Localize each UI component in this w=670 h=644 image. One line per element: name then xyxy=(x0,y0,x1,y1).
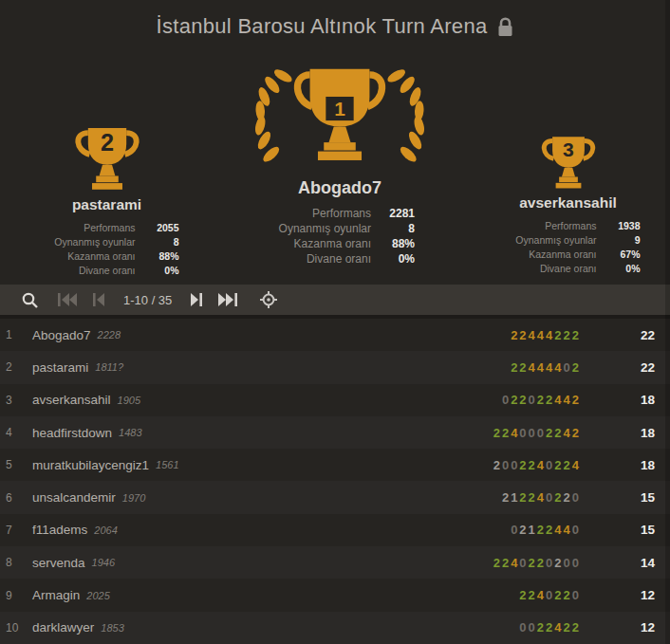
stat-value: 8 xyxy=(371,221,415,236)
total-score: 12 xyxy=(581,588,670,602)
stat-label: Oynanmış oyunlar xyxy=(496,233,597,248)
stat-label: Kazanma oranı xyxy=(496,248,597,262)
standings-row[interactable]: 4headfirstdown1483224000224218 xyxy=(0,416,670,449)
score-digit: 0 xyxy=(519,556,528,570)
total-score: 14 xyxy=(581,556,670,570)
prev-page-icon xyxy=(93,293,106,306)
score-digit: 2 xyxy=(546,620,554,635)
score-digit: 0 xyxy=(546,490,554,505)
player-name[interactable]: f11adems xyxy=(32,523,87,537)
score-digit: 2 xyxy=(493,556,502,570)
score-digit: 4 xyxy=(546,360,554,375)
podium-stat-row: Divane oranı0% xyxy=(496,262,641,276)
player-name[interactable]: pastarami xyxy=(32,360,88,375)
score-digit: 2 xyxy=(546,426,554,440)
podium-stat-row: Kazanma oranı88% xyxy=(35,249,179,264)
player-rank: 8 xyxy=(0,556,28,569)
score-digit: 4 xyxy=(564,426,572,440)
score-digit: 2 xyxy=(537,393,546,407)
score-digit: 2 xyxy=(529,490,537,505)
player-name[interactable]: Abogado7 xyxy=(32,328,91,342)
stat-value: 2281 xyxy=(371,206,415,221)
standings-row[interactable]: 7f11adems20640212244015 xyxy=(0,514,670,546)
standings-toolbar: 1-10 / 35 xyxy=(0,285,670,319)
player-rating: 2228 xyxy=(98,329,121,340)
score-digit: 4 xyxy=(554,523,563,537)
standings-row[interactable]: 3avserkansahil190502202244218 xyxy=(0,384,670,416)
standings-row[interactable]: 10darklawyer1853002242212 xyxy=(0,612,670,644)
score-digit: 4 xyxy=(564,393,572,407)
total-score: 15 xyxy=(581,523,670,537)
podium-stat-row: Kazanma oranı88% xyxy=(265,236,415,251)
trophy-1-icon: 1 xyxy=(255,63,424,175)
player-name[interactable]: headfirstdown xyxy=(32,426,112,440)
next-page-button[interactable] xyxy=(179,285,212,315)
player-name[interactable]: servenda xyxy=(32,556,85,570)
stat-value: 0% xyxy=(371,251,415,267)
score-digit: 0 xyxy=(511,458,519,472)
podium: 2 pastarami Performans2055Oynanmış oyunl… xyxy=(0,53,670,285)
prev-page-button[interactable] xyxy=(84,285,116,315)
score-digit: 2 xyxy=(572,360,581,375)
standings-row[interactable]: 9Armagin2025224022012 xyxy=(0,579,670,611)
player-name[interactable]: darklawyer xyxy=(32,620,94,635)
stat-value: 1938 xyxy=(597,219,641,233)
score-digit: 1 xyxy=(529,523,537,537)
player-rank: 10 xyxy=(0,621,28,635)
trophy-3-icon: 3 xyxy=(534,133,603,192)
podium-first-stats: Performans2281Oynanmış oyunlar8Kazanma o… xyxy=(265,206,415,267)
podium-stat-row: Performans1938 xyxy=(496,219,641,233)
score-digit: 2 xyxy=(572,393,581,407)
score-sheet: 2240220 xyxy=(519,588,581,602)
standings-row[interactable]: 5muratkubilaycengiz11561200224022418 xyxy=(0,449,670,481)
player-name[interactable]: Armagin xyxy=(32,588,80,602)
score-digit: 2 xyxy=(537,556,546,570)
standings-row[interactable]: 8servenda1946224022020014 xyxy=(0,546,670,579)
standings-row[interactable]: 6unsalcandemir197021224022015 xyxy=(0,481,670,513)
score-digit: 0 xyxy=(529,620,537,635)
score-sheet: 2002240224 xyxy=(493,458,581,472)
score-sheet: 2240220200 xyxy=(493,556,581,570)
score-digit: 2 xyxy=(511,360,519,375)
player-name[interactable]: unsalcandemir xyxy=(32,490,116,505)
score-digit: 2 xyxy=(519,458,528,472)
target-icon xyxy=(260,291,277,308)
first-page-button[interactable] xyxy=(51,285,84,315)
player-name[interactable]: avserkansahil xyxy=(32,393,111,407)
total-score: 12 xyxy=(581,620,670,635)
score-digit: 2 xyxy=(564,620,572,635)
scroll-to-me-button[interactable] xyxy=(250,285,288,315)
score-digit: 0 xyxy=(537,426,546,440)
score-digit: 0 xyxy=(564,360,572,375)
player-rating: 2064 xyxy=(94,524,117,536)
score-digit: 2 xyxy=(519,490,528,505)
score-sheet: 0022422 xyxy=(519,620,581,635)
player-rank: 1 xyxy=(0,328,28,341)
score-digit: 2 xyxy=(554,328,563,342)
score-digit: 4 xyxy=(537,360,546,375)
score-digit: 0 xyxy=(502,393,511,407)
score-digit: 4 xyxy=(511,556,519,570)
search-button[interactable] xyxy=(13,285,46,315)
score-digit: 0 xyxy=(546,588,554,602)
score-sheet: 022022442 xyxy=(502,393,581,407)
score-digit: 4 xyxy=(537,588,546,602)
score-digit: 2 xyxy=(529,588,537,602)
score-digit: 2 xyxy=(511,328,519,342)
score-digit: 2 xyxy=(546,523,554,537)
total-score: 18 xyxy=(581,426,670,440)
scrollbar-track[interactable] xyxy=(665,0,670,644)
standings-row[interactable]: 1Abogado722282244422222 xyxy=(0,319,670,351)
podium-third: 3 avserkansahil Performans1938Oynanmış o… xyxy=(466,53,670,285)
standings-row[interactable]: 2pastarami1811?2244440222 xyxy=(0,351,670,383)
score-digit: 2 xyxy=(493,426,502,440)
last-page-button[interactable] xyxy=(212,285,244,315)
player-rating: 1946 xyxy=(92,557,115,568)
score-digit: 4 xyxy=(554,620,563,635)
lock-icon xyxy=(497,17,513,37)
score-digit: 1 xyxy=(511,490,519,505)
score-digit: 2 xyxy=(537,523,546,537)
player-name[interactable]: muratkubilaycengiz1 xyxy=(32,458,149,472)
score-digit: 2 xyxy=(554,490,563,505)
score-digit: 2 xyxy=(502,490,511,505)
